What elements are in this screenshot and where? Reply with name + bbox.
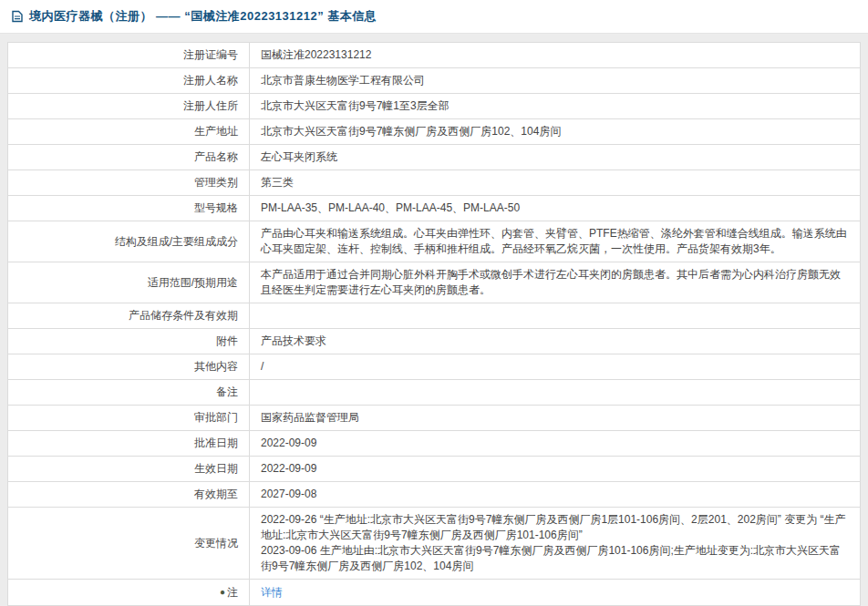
note-icon: ● — [220, 587, 225, 597]
row-label-text: 型号规格 — [194, 201, 238, 214]
row-label: 型号规格 — [8, 196, 250, 221]
row-label-text: 产品储存条件及有效期 — [129, 309, 238, 322]
table-row: 备注 — [8, 380, 861, 406]
row-value: 详情 — [250, 580, 861, 606]
row-label: 注册人住所 — [8, 94, 250, 119]
row-value: / — [250, 354, 861, 380]
row-label-text: 注册证编号 — [183, 48, 238, 61]
row-label: 变更情况 — [8, 508, 250, 580]
info-table-body: 注册证编号国械注准20223131212注册人名称北京市普康生物医学工程有限公司… — [8, 43, 861, 606]
row-value: 本产品适用于通过合并同期心脏外科开胸手术或微创手术进行左心耳夹闭的房颤患者。其中… — [250, 262, 861, 303]
page-title: 境内医疗器械（注册） —— “国械注准20223131212” 基本信息 — [29, 8, 377, 25]
row-label: 备注 — [8, 380, 250, 406]
row-label: 生产地址 — [8, 119, 250, 145]
row-value: 国家药品监督管理局 — [250, 406, 861, 431]
row-label: 结构及组成/主要组成成分 — [8, 221, 250, 262]
row-label-text: 生效日期 — [194, 462, 238, 475]
row-label: 生效日期 — [8, 457, 250, 482]
certificate-document-icon — [11, 10, 24, 23]
row-label-text: 生产地址 — [194, 125, 238, 138]
table-row: 产品名称左心耳夹闭系统 — [8, 145, 861, 170]
row-label: 附件 — [8, 329, 250, 354]
table-row: 注册人名称北京市普康生物医学工程有限公司 — [8, 68, 861, 94]
row-value — [250, 303, 861, 329]
table-row: 变更情况2022-09-26 “生产地址:北京市大兴区天富街9号7幢东侧厂房及西… — [8, 508, 861, 580]
row-label-text: 审批部门 — [194, 411, 238, 424]
row-value: 2022-09-09 — [250, 457, 861, 482]
table-row: 适用范围/预期用途本产品适用于通过合并同期心脏外科开胸手术或微创手术进行左心耳夹… — [8, 262, 861, 303]
row-value: 产品由心耳夹和输送系统组成。心耳夹由弹性环、内套管、夹臂管、PTFE热缩管、涤纶… — [250, 221, 861, 262]
row-value: PM-LAA-35、PM-LAA-40、PM-LAA-45、PM-LAA-50 — [250, 196, 861, 221]
table-row: 型号规格PM-LAA-35、PM-LAA-40、PM-LAA-45、PM-LAA… — [8, 196, 861, 221]
row-label: 审批部门 — [8, 406, 250, 431]
row-label-text: 注册人名称 — [183, 74, 238, 87]
row-value: 北京市大兴区天富街9号7幢1至3层全部 — [250, 94, 861, 119]
row-label-text: 有效期至 — [194, 488, 238, 500]
page-header: 境内医疗器械（注册） —— “国械注准20223131212” 基本信息 — [0, 0, 868, 34]
table-row: 附件产品技术要求 — [8, 329, 861, 354]
row-label-text: 其他内容 — [194, 360, 238, 373]
row-value — [250, 380, 861, 406]
table-row: 生产地址北京市大兴区天富街9号7幢东侧厂房及西侧厂房102、104房间 — [8, 119, 861, 145]
row-label-text: 备注 — [216, 385, 238, 398]
row-value: 北京市普康生物医学工程有限公司 — [250, 68, 861, 94]
table-row: 其他内容/ — [8, 354, 861, 380]
table-row: 产品储存条件及有效期 — [8, 303, 861, 329]
row-label: 注册人名称 — [8, 68, 250, 94]
row-label: 有效期至 — [8, 482, 250, 508]
row-label-text: 批准日期 — [194, 437, 238, 449]
row-value: 2022-09-26 “生产地址:北京市大兴区天富街9号7幢东侧厂房及西侧厂房1… — [250, 508, 861, 580]
row-label-text: 附件 — [216, 334, 238, 347]
row-label: ●注 — [8, 580, 250, 606]
row-value: 国械注准20223131212 — [250, 43, 861, 68]
row-label-text: 产品名称 — [194, 150, 238, 163]
row-label-text: 适用范围/预期用途 — [148, 276, 238, 289]
row-value: 第三类 — [250, 170, 861, 196]
row-label: 批准日期 — [8, 431, 250, 457]
row-label: 管理类别 — [8, 170, 250, 196]
table-row: 结构及组成/主要组成成分产品由心耳夹和输送系统组成。心耳夹由弹性环、内套管、夹臂… — [8, 221, 861, 262]
row-label-text: 结构及组成/主要组成成分 — [115, 235, 238, 248]
row-value: 2027-09-08 — [250, 482, 861, 508]
table-row: ●注详情 — [8, 580, 861, 606]
row-label: 适用范围/预期用途 — [8, 262, 250, 303]
row-value: 2022-09-09 — [250, 431, 861, 457]
table-row: 管理类别第三类 — [8, 170, 861, 196]
table-row: 有效期至2027-09-08 — [8, 482, 861, 508]
table-row: 注册人住所北京市大兴区天富街9号7幢1至3层全部 — [8, 94, 861, 119]
row-label-text: 注册人住所 — [183, 99, 238, 112]
row-label-text: 注 — [227, 586, 238, 599]
info-table: 注册证编号国械注准20223131212注册人名称北京市普康生物医学工程有限公司… — [7, 42, 861, 606]
table-row: 生效日期2022-09-09 — [8, 457, 861, 482]
info-panel: 注册证编号国械注准20223131212注册人名称北京市普康生物医学工程有限公司… — [0, 34, 868, 606]
table-row: 批准日期2022-09-09 — [8, 431, 861, 457]
table-row: 审批部门国家药品监督管理局 — [8, 406, 861, 431]
row-label: 产品储存条件及有效期 — [8, 303, 250, 329]
row-value: 左心耳夹闭系统 — [250, 145, 861, 170]
table-row: 注册证编号国械注准20223131212 — [8, 43, 861, 68]
row-label: 注册证编号 — [8, 43, 250, 68]
row-value: 北京市大兴区天富街9号7幢东侧厂房及西侧厂房102、104房间 — [250, 119, 861, 145]
row-value: 产品技术要求 — [250, 329, 861, 354]
row-label: 产品名称 — [8, 145, 250, 170]
row-label: 其他内容 — [8, 354, 250, 380]
row-label-text: 变更情况 — [194, 537, 238, 550]
row-label-text: 管理类别 — [194, 176, 238, 189]
detail-link[interactable]: 详情 — [261, 586, 283, 599]
